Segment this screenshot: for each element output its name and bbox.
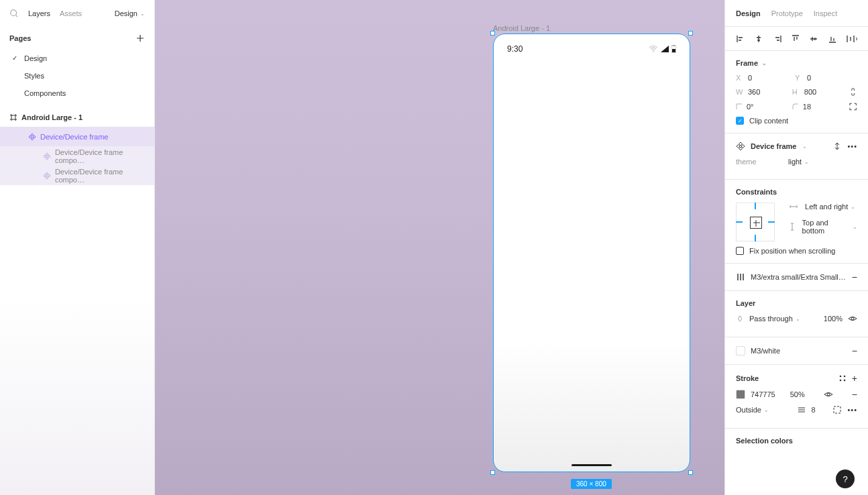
page-item-styles[interactable]: Styles xyxy=(9,67,145,85)
align-hcenter-icon[interactable] xyxy=(754,34,763,44)
align-top-icon[interactable] xyxy=(791,34,800,44)
search-icon[interactable] xyxy=(9,9,19,18)
width-input[interactable] xyxy=(748,88,780,96)
selection-handle-tr[interactable] xyxy=(688,31,693,36)
component-icon xyxy=(43,152,51,160)
rotation-icon xyxy=(736,103,743,110)
tab-design[interactable]: Design xyxy=(736,9,761,17)
clip-content-checkbox[interactable]: ✓ Clip content xyxy=(736,117,857,125)
blend-icon xyxy=(736,315,744,323)
independent-corners-icon[interactable] xyxy=(849,102,857,111)
layer-label: Device/Device frame compo… xyxy=(55,148,154,164)
add-stroke-icon[interactable]: + xyxy=(852,373,857,384)
alignment-toolbar xyxy=(725,27,868,51)
stroke-weight-input[interactable] xyxy=(811,406,827,414)
page-item-components[interactable]: Components xyxy=(9,85,145,102)
stroke-position-dropdown[interactable]: Outside⌄ xyxy=(736,406,769,414)
tab-layers[interactable]: Layers xyxy=(28,9,50,17)
swap-instance-icon[interactable] xyxy=(832,142,842,151)
layer-row-device-frame[interactable]: Device/Device frame xyxy=(0,127,154,146)
more-icon[interactable]: ••• xyxy=(847,406,857,414)
align-left-icon[interactable] xyxy=(736,34,745,44)
stroke-weight-icon xyxy=(798,406,806,413)
constrain-proportions-icon[interactable] xyxy=(849,87,857,97)
radius-input[interactable] xyxy=(803,103,835,111)
selection-handle-tl[interactable] xyxy=(490,31,495,36)
rotation-input[interactable] xyxy=(747,103,779,111)
remove-icon[interactable]: − xyxy=(852,345,857,356)
tab-prototype[interactable]: Prototype xyxy=(771,9,803,17)
y-input[interactable] xyxy=(807,74,839,82)
wifi-icon xyxy=(649,46,658,52)
radius-icon xyxy=(792,103,799,110)
right-panel: Design Prototype Inspect Frame⌄ X Y W H … xyxy=(724,0,868,495)
style-picker-icon[interactable] xyxy=(838,374,847,382)
layer-row-root[interactable]: Android Large - 1 xyxy=(0,107,154,127)
theme-label: theme xyxy=(736,158,783,166)
align-bottom-icon[interactable] xyxy=(828,34,836,44)
chevron-down-icon: ⌄ xyxy=(762,60,767,66)
frame-title[interactable]: Frame⌄ xyxy=(736,59,857,67)
stroke-swatch[interactable] xyxy=(736,390,745,399)
visibility-icon[interactable] xyxy=(824,390,833,399)
more-icon[interactable]: ••• xyxy=(847,142,857,150)
constraint-vertical-dropdown[interactable]: Top and bottom⌄ xyxy=(790,219,857,235)
remove-icon[interactable]: − xyxy=(852,272,857,282)
page-selector-dropdown[interactable]: Design⌄ xyxy=(115,9,145,17)
canvas[interactable]: Android Large - 1 9:30 360 × 800 xyxy=(155,0,724,495)
layer-row-component-1[interactable]: Device/Device frame compo… xyxy=(0,146,154,166)
selection-handle-bl[interactable] xyxy=(490,470,495,475)
frame-label[interactable]: Android Large - 1 xyxy=(493,24,550,32)
status-bar: 9:30 xyxy=(494,34,690,64)
checkbox-unchecked-icon xyxy=(736,247,744,255)
distribute-icon[interactable] xyxy=(846,34,857,44)
stroke-color-input[interactable]: 747775 xyxy=(751,390,775,398)
constraints-section: Constraints Left and right⌄ Top and bott… xyxy=(725,180,868,264)
remove-icon[interactable]: − xyxy=(852,389,857,400)
tab-inspect[interactable]: Inspect xyxy=(814,9,837,17)
fill-swatch[interactable] xyxy=(736,346,745,355)
svg-point-9 xyxy=(840,380,842,382)
layer-row-component-2[interactable]: Device/Device frame compo… xyxy=(0,166,154,185)
right-panel-tabs: Design Prototype Inspect xyxy=(725,0,868,27)
align-vcenter-icon[interactable] xyxy=(809,34,818,44)
constraints-widget[interactable] xyxy=(736,203,775,241)
svg-point-11 xyxy=(827,393,830,396)
blend-mode-dropdown[interactable]: Pass through⌄ xyxy=(749,315,800,323)
device-frame[interactable]: 9:30 xyxy=(493,34,690,472)
fix-position-checkbox[interactable]: Fix position when scrolling xyxy=(736,247,857,255)
stroke-sides-icon[interactable] xyxy=(832,405,842,415)
help-button[interactable]: ? xyxy=(836,470,855,488)
component-icon xyxy=(43,172,51,180)
svg-line-1 xyxy=(16,15,18,17)
theme-dropdown[interactable]: light⌄ xyxy=(788,158,809,166)
page-item-design[interactable]: Design xyxy=(9,50,145,67)
pages-header: Pages xyxy=(0,27,154,50)
stroke-section: Stroke + 747775 50% − Outside⌄ ••• xyxy=(725,365,868,429)
add-page-icon[interactable] xyxy=(135,34,145,43)
signal-icon xyxy=(661,46,669,52)
component-section: Device frame ⌄ ••• theme light⌄ xyxy=(725,133,868,180)
checkbox-checked-icon: ✓ xyxy=(736,117,744,125)
x-input[interactable] xyxy=(748,74,780,82)
align-right-icon[interactable] xyxy=(773,34,781,44)
svg-point-6 xyxy=(851,317,854,320)
fill-style-name[interactable]: M3/white xyxy=(751,347,780,355)
height-input[interactable] xyxy=(804,88,836,96)
battery-icon xyxy=(671,45,676,53)
tab-assets[interactable]: Assets xyxy=(60,9,82,17)
left-panel-tabs: Layers Assets Design⌄ xyxy=(0,0,154,27)
svg-point-0 xyxy=(11,10,17,16)
grid-style-name[interactable]: M3/extra small/Extra Small … xyxy=(751,273,847,281)
visibility-icon[interactable] xyxy=(848,314,857,323)
stroke-opacity-input[interactable]: 50% xyxy=(790,390,805,398)
columns-icon xyxy=(736,272,745,282)
component-icon xyxy=(736,142,745,151)
layers-tree: Android Large - 1 Device/Device frame De… xyxy=(0,107,154,185)
selection-handle-br[interactable] xyxy=(688,470,693,475)
constraint-horizontal-dropdown[interactable]: Left and right⌄ xyxy=(790,203,857,211)
selection-colors-section: Selection colors xyxy=(725,429,868,459)
constraints-title: Constraints xyxy=(736,188,857,196)
component-name[interactable]: Device frame xyxy=(751,142,797,150)
opacity-input[interactable]: 100% xyxy=(824,315,843,323)
